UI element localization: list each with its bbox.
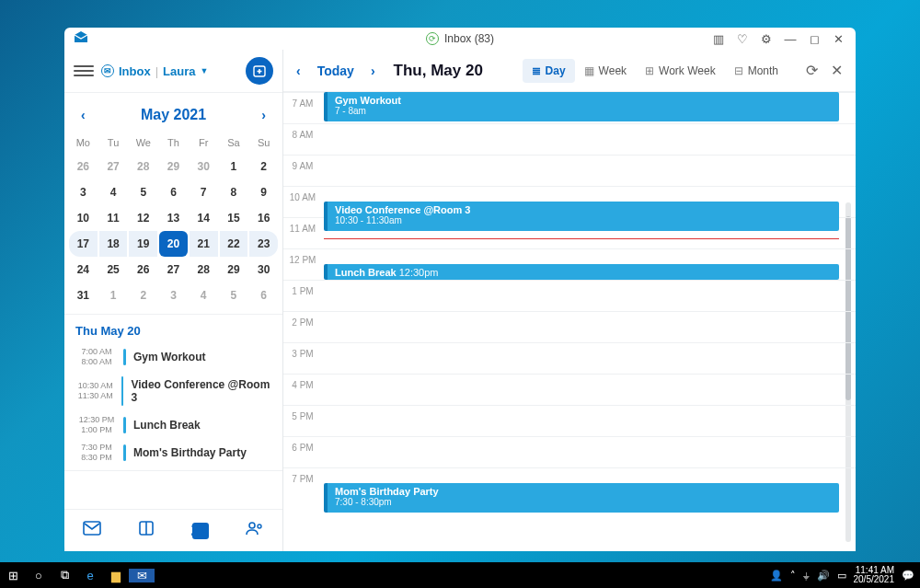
agenda-item[interactable]: 7:30 PM8:30 PMMom's Birthday Party [72, 439, 275, 467]
minical-day[interactable]: 2 [249, 154, 278, 179]
minical-day[interactable]: 6 [159, 179, 188, 205]
edge-icon[interactable]: e [77, 569, 103, 582]
close-button[interactable]: ✕ [826, 28, 850, 50]
minical-day[interactable]: 29 [220, 257, 248, 282]
minical-day[interactable]: 17 [69, 231, 98, 257]
time-label: 1 PM [283, 286, 322, 296]
next-day-button[interactable]: › [367, 60, 379, 82]
minical-day[interactable]: 26 [129, 257, 157, 282]
hamburger-menu-icon[interactable] [74, 61, 94, 81]
svg-point-6 [249, 523, 255, 528]
minical-day[interactable]: 9 [249, 179, 278, 205]
agenda-bar [121, 376, 124, 406]
minical-day[interactable]: 25 [99, 257, 128, 282]
minical-day[interactable]: 6 [249, 282, 278, 308]
minical-day[interactable]: 8 [220, 179, 248, 205]
minical-day[interactable]: 4 [99, 179, 128, 205]
today-button[interactable]: Today [314, 60, 358, 82]
minical-day[interactable]: 27 [159, 257, 188, 282]
minical-day[interactable]: 27 [99, 154, 128, 179]
event-block[interactable]: Lunch Break 12:30pm [324, 264, 839, 280]
agenda-item[interactable]: 12:30 PM1:00 PMLunch Break [72, 411, 275, 439]
view-month-tab[interactable]: ⊟Month [725, 59, 788, 83]
people-tab-icon[interactable] [246, 521, 264, 540]
minical-day[interactable]: 28 [129, 154, 157, 179]
minical-day[interactable]: 16 [249, 205, 278, 231]
close-panel-icon[interactable]: ✕ [827, 58, 846, 83]
minical-day[interactable]: 22 [220, 231, 248, 257]
agenda-title: Mom's Birthday Party [133, 443, 247, 463]
minical-day[interactable]: 23 [249, 231, 278, 257]
minical-day[interactable]: 1 [99, 282, 128, 308]
minical-day[interactable]: 30 [190, 154, 218, 179]
minical-day[interactable]: 24 [69, 257, 98, 282]
event-block[interactable]: Gym Workout7 - 8am [324, 92, 839, 121]
refresh-icon[interactable]: ⟳ [802, 58, 822, 83]
file-explorer-icon[interactable]: ▆ [103, 569, 129, 582]
minical-day[interactable]: 3 [159, 282, 188, 308]
cortana-icon[interactable]: ○ [26, 569, 52, 582]
minical-day[interactable]: 28 [190, 257, 218, 282]
calendar-tab-icon[interactable]: 20 [192, 521, 209, 540]
minical-day[interactable]: 4 [190, 282, 218, 308]
start-menu-icon[interactable]: ⊞ [0, 569, 26, 582]
minical-day[interactable]: 26 [69, 154, 98, 179]
minical-day[interactable]: 14 [190, 205, 218, 231]
tray-battery-icon[interactable]: ▭ [837, 570, 846, 582]
agenda-bar [123, 444, 126, 461]
minical-day[interactable]: 1 [220, 154, 248, 179]
tray-chevron-up-icon[interactable]: ˄ [790, 570, 796, 582]
minical-day[interactable]: 15 [220, 205, 248, 231]
contacts-tab-icon[interactable] [138, 520, 155, 541]
minical-day[interactable]: 3 [69, 179, 98, 205]
minical-day[interactable]: 10 [69, 205, 98, 231]
compose-button[interactable] [246, 57, 273, 85]
day-grid[interactable]: 7 AM8 AM9 AM10 AM11 AM12 PM1 PM2 PM3 PM4… [283, 92, 856, 551]
view-day-tab[interactable]: ≣Day [523, 59, 575, 83]
day-view-icon: ≣ [532, 64, 541, 77]
minical-day[interactable]: 21 [190, 231, 218, 257]
prev-month-button[interactable]: ‹ [77, 104, 89, 126]
time-label: 11 AM [283, 224, 322, 234]
minical-day[interactable]: 18 [99, 231, 128, 257]
view-workweek-tab[interactable]: ⊞Work Week [636, 59, 725, 83]
time-label: 7 AM [283, 98, 322, 109]
minical-day[interactable]: 19 [129, 231, 157, 257]
tray-wifi-icon[interactable]: ⏚ [803, 570, 810, 581]
sync-status-icon: ⟳ [426, 32, 439, 45]
minical-day[interactable]: 7 [190, 179, 218, 205]
tray-notifications-icon[interactable]: 💬 [902, 570, 914, 582]
agenda-item[interactable]: 7:00 AM8:00 AMGym Workout [72, 343, 275, 371]
minical-day[interactable]: 20 [159, 231, 188, 257]
next-month-button[interactable]: › [258, 104, 270, 126]
minical-day[interactable]: 5 [220, 282, 248, 308]
layout-icon[interactable]: ▥ [707, 28, 730, 50]
agenda-title: Lunch Break [133, 415, 201, 435]
mail-tab-icon[interactable] [83, 521, 101, 540]
task-view-icon[interactable]: ⧉ [52, 568, 77, 582]
event-block[interactable]: Video Conference @Room 310:30 - 11:30am [324, 202, 839, 231]
minical-day[interactable]: 30 [249, 257, 278, 282]
like-icon[interactable]: ♡ [730, 28, 754, 50]
tray-volume-icon[interactable]: 🔊 [817, 570, 830, 582]
minimize-button[interactable]: — [778, 28, 802, 50]
agenda-time: 7:30 PM8:30 PM [75, 443, 118, 463]
minical-day[interactable]: 31 [69, 282, 98, 308]
minical-day[interactable]: 29 [159, 154, 188, 179]
event-block[interactable]: Mom's Birthday Party7:30 - 8:30pm [324, 483, 839, 513]
maximize-button[interactable]: ◻ [802, 28, 826, 50]
tray-people-icon[interactable]: 👤 [770, 570, 783, 582]
app-taskbar-icon[interactable]: ✉ [129, 569, 155, 582]
agenda-item[interactable]: 10:30 AM11:30 AMVideo Conference @Room 3 [72, 371, 275, 411]
settings-icon[interactable]: ⚙ [754, 28, 778, 50]
account-picker[interactable]: ✉ Inbox | Laura ▼ [101, 64, 208, 78]
minical-day[interactable]: 11 [99, 205, 128, 231]
minical-day[interactable]: 2 [129, 282, 157, 308]
minical-day[interactable]: 13 [159, 205, 188, 231]
view-week-tab[interactable]: ▦Week [575, 59, 636, 83]
taskbar-clock[interactable]: 11:41 AM 20/5/2021 [854, 566, 895, 584]
minical-day[interactable]: 12 [129, 205, 157, 231]
minical-day[interactable]: 5 [129, 179, 157, 205]
prev-day-button[interactable]: ‹ [293, 60, 305, 82]
app-icon [74, 31, 88, 47]
